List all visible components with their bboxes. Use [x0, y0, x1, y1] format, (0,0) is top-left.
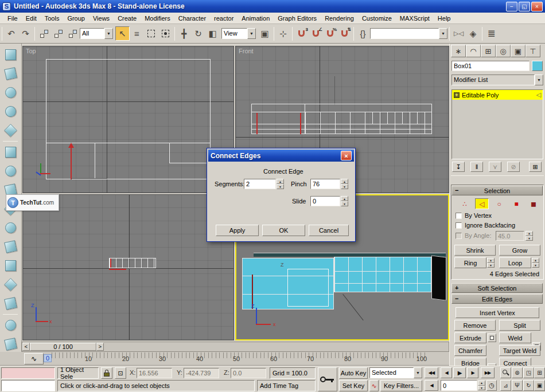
add-time-tag[interactable]: Add Time Tag — [257, 380, 316, 391]
make-unique-button[interactable]: ⋎ — [489, 162, 501, 172]
subobject-vertex-button[interactable]: ∴ — [458, 198, 472, 209]
time-configuration-button[interactable]: ◷ — [486, 380, 497, 391]
rectangular-selection-region-button[interactable] — [144, 26, 158, 41]
time-slider-track[interactable]: < 0 / 100 > — [22, 342, 449, 352]
spinner-snap-toggle-button[interactable]: ⇅ — [337, 26, 352, 41]
subobject-polygon-button[interactable]: ■ — [509, 198, 523, 209]
next-frame-button[interactable]: ▶ — [467, 367, 478, 378]
rigid-body-collection-button[interactable] — [3, 47, 18, 62]
selection-rollout-header[interactable]: − Selection — [451, 186, 543, 195]
spinner-up-icon[interactable]: ▲ — [525, 231, 533, 236]
time-slider-prev-button[interactable]: < — [22, 343, 30, 351]
plane-button[interactable] — [3, 277, 18, 292]
viewport-left[interactable]: Z x — [22, 194, 234, 340]
pinch-spinner[interactable]: ▲▼ — [341, 179, 348, 189]
soft-body-collection-button[interactable] — [3, 85, 18, 100]
ring-button[interactable]: Ring — [454, 257, 486, 268]
close-button[interactable]: × — [531, 2, 543, 11]
selection-filter-combo[interactable]: All ▼ — [80, 28, 113, 39]
x-coordinate-field[interactable] — [137, 368, 172, 378]
track-bar[interactable]: ∿ 0 10 20 30 40 50 60 70 80 90 100 — [0, 352, 449, 366]
expand-icon[interactable]: + — [454, 92, 460, 98]
play-button[interactable]: ▶ — [453, 367, 466, 378]
align-button[interactable]: ◈ — [466, 26, 480, 41]
zoom-extents-all-button[interactable]: ⊞ — [534, 367, 545, 378]
bind-to-space-warp-button[interactable] — [65, 26, 80, 41]
zoom-all-button[interactable]: ⊛ — [512, 367, 523, 378]
modifier-list-combo[interactable]: Modifier List ▼ — [451, 75, 543, 85]
pin-stack-button[interactable]: ↧ — [452, 162, 465, 172]
grow-button[interactable]: Grow — [499, 245, 540, 256]
layer-manager-button[interactable]: ≣ — [484, 26, 499, 41]
viewport-top[interactable]: Top — [22, 46, 234, 193]
menu-group[interactable]: Group — [63, 14, 89, 23]
time-slider-next-button[interactable]: > — [96, 343, 104, 351]
field-of-view-button[interactable]: ⊿ — [500, 380, 511, 391]
redo-button[interactable]: ↷ — [18, 26, 33, 41]
spinner-down-icon[interactable]: ▼ — [341, 201, 348, 206]
pan-button[interactable]: Ψ — [512, 380, 523, 391]
snap-toggle-button[interactable]: 3 — [294, 26, 309, 41]
motor-button[interactable] — [3, 220, 18, 236]
loop-spinner[interactable]: ▲▼ — [532, 258, 539, 268]
previous-frame-button[interactable]: ◀ — [441, 367, 452, 378]
configure-modifier-sets-button[interactable]: ⊞ — [529, 162, 542, 172]
segments-field[interactable] — [244, 179, 276, 189]
cloth-collection-button[interactable] — [3, 66, 18, 81]
dialog-title-bar[interactable]: Connect Edges × — [208, 150, 354, 162]
connect-button[interactable]: Connect — [499, 358, 531, 366]
target-weld-button[interactable]: Target Weld — [499, 345, 540, 356]
deforming-mesh-collection-button[interactable] — [3, 123, 18, 138]
tab-modify[interactable]: ◠ — [466, 45, 481, 57]
split-button[interactable]: Split — [499, 320, 540, 331]
key-filter-selection-combo[interactable]: Selected ▼ — [369, 367, 422, 378]
object-name-field[interactable] — [451, 61, 530, 71]
tab-create[interactable]: ∗ — [451, 45, 466, 57]
chevron-down-icon[interactable]: ▼ — [104, 28, 113, 39]
menu-animation[interactable]: Animation — [238, 14, 274, 23]
menu-create[interactable]: Create — [114, 14, 141, 23]
spinner-up-icon[interactable]: ▲ — [532, 258, 539, 263]
track-bar-frame-marker[interactable]: 0 — [44, 354, 52, 362]
remove-button[interactable]: Remove — [454, 320, 496, 331]
select-and-rotate-button[interactable]: ↻ — [191, 26, 205, 41]
maxscript-mini-listener-input[interactable] — [1, 380, 55, 391]
chevron-down-icon[interactable]: ▼ — [439, 28, 447, 39]
wind-button[interactable] — [3, 239, 18, 254]
chevron-down-icon[interactable]: ▼ — [414, 367, 422, 378]
use-pivot-point-button[interactable]: ▣ — [258, 26, 272, 41]
chamfer-button[interactable]: Chamfer — [454, 345, 486, 356]
loop-button[interactable]: Loop — [499, 257, 531, 268]
menu-character[interactable]: Character — [174, 14, 210, 23]
spinner-up-icon[interactable]: ▲ — [487, 258, 495, 263]
spinner-up-icon[interactable]: ▲ — [277, 179, 284, 184]
menu-help[interactable]: Help — [434, 14, 455, 23]
constraint-solver-button[interactable] — [3, 317, 18, 333]
chevron-down-icon[interactable]: ▼ — [247, 28, 256, 39]
select-and-scale-button[interactable]: ◧ — [205, 26, 220, 41]
zoom-extents-button[interactable]: ◳ — [523, 367, 534, 378]
menu-graph-editors[interactable]: Graph Editors — [274, 14, 321, 23]
segments-spinner[interactable]: ▲▼ — [277, 179, 284, 189]
modifier-stack[interactable]: + Editable Poly ◁ — [451, 89, 543, 159]
percent-snap-toggle-button[interactable]: % — [323, 26, 337, 41]
time-slider-handle[interactable]: 0 / 100 — [30, 343, 96, 351]
spinner-down-icon[interactable]: ▼ — [341, 184, 348, 189]
tab-utilities[interactable]: ⊤ — [525, 45, 540, 57]
show-end-result-button[interactable]: ‖ — [470, 162, 483, 172]
insert-vertex-button[interactable]: Insert Vertex — [456, 307, 539, 318]
soft-selection-rollout-header[interactable]: + Soft Selection — [451, 283, 543, 293]
by-vertex-checkbox[interactable] — [456, 213, 462, 219]
tab-hierarchy[interactable]: ⊞ — [481, 45, 496, 57]
go-to-end-button[interactable]: ▶▶ — [481, 367, 495, 378]
by-angle-spinner[interactable]: ▲▼ — [525, 231, 533, 241]
auto-key-button[interactable]: Auto Key — [339, 367, 368, 379]
set-key-curve-button[interactable]: ∿ — [369, 380, 379, 391]
cancel-button[interactable]: Cancel — [309, 225, 349, 236]
y-coordinate-field[interactable] — [184, 368, 219, 378]
menu-customize[interactable]: Customize — [358, 14, 396, 23]
water-button[interactable] — [3, 296, 18, 311]
spinner-up-icon[interactable]: ▲ — [478, 381, 485, 386]
spinner-down-icon[interactable]: ▼ — [487, 263, 495, 268]
toy-car-button[interactable] — [3, 258, 18, 273]
